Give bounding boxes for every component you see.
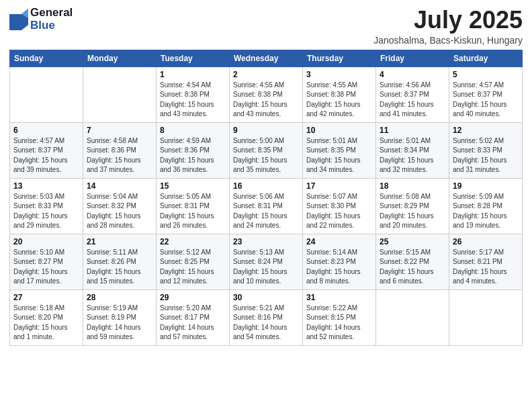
calendar-cell: 8Sunrise: 4:59 AMSunset: 8:36 PMDaylight… bbox=[157, 122, 230, 178]
day-number: 12 bbox=[453, 126, 519, 135]
calendar-cell: 23Sunrise: 5:13 AMSunset: 8:24 PMDayligh… bbox=[230, 234, 303, 289]
day-detail: Sunrise: 5:00 AMSunset: 8:35 PMDaylight:… bbox=[233, 136, 299, 175]
day-number: 26 bbox=[453, 237, 519, 246]
calendar-cell: 16Sunrise: 5:06 AMSunset: 8:31 PMDayligh… bbox=[230, 178, 303, 234]
day-detail: Sunrise: 5:01 AMSunset: 8:34 PMDaylight:… bbox=[380, 136, 445, 175]
day-number: 14 bbox=[87, 181, 152, 191]
calendar-cell: 29Sunrise: 5:20 AMSunset: 8:17 PMDayligh… bbox=[157, 289, 230, 345]
calendar-cell: 21Sunrise: 5:11 AMSunset: 8:26 PMDayligh… bbox=[83, 234, 157, 289]
day-detail: Sunrise: 5:10 AMSunset: 8:27 PMDaylight:… bbox=[13, 248, 79, 287]
day-detail: Sunrise: 5:22 AMSunset: 8:15 PMDaylight:… bbox=[306, 304, 372, 342]
calendar-cell: 28Sunrise: 5:19 AMSunset: 8:19 PMDayligh… bbox=[83, 289, 157, 345]
day-detail: Sunrise: 5:14 AMSunset: 8:23 PMDaylight:… bbox=[306, 248, 372, 287]
col-saturday: Saturday bbox=[449, 50, 523, 66]
day-number: 17 bbox=[306, 181, 372, 191]
calendar-cell: 24Sunrise: 5:14 AMSunset: 8:23 PMDayligh… bbox=[303, 234, 376, 289]
col-tuesday: Tuesday bbox=[157, 50, 230, 66]
day-detail: Sunrise: 4:56 AMSunset: 8:37 PMDaylight:… bbox=[380, 81, 445, 120]
logo-general-text: General bbox=[30, 7, 73, 19]
day-number: 6 bbox=[13, 126, 79, 135]
day-detail: Sunrise: 5:07 AMSunset: 8:30 PMDaylight:… bbox=[306, 192, 372, 231]
header: General Blue July 2025 Janoshalma, Bacs-… bbox=[9, 7, 523, 46]
calendar-cell: 6Sunrise: 4:57 AMSunset: 8:37 PMDaylight… bbox=[10, 122, 83, 178]
day-number: 10 bbox=[306, 126, 372, 135]
day-number: 21 bbox=[87, 237, 152, 246]
calendar-cell: 3Sunrise: 4:55 AMSunset: 8:38 PMDaylight… bbox=[303, 66, 376, 122]
logo-icon bbox=[9, 9, 28, 30]
day-number: 7 bbox=[87, 126, 152, 135]
day-number: 2 bbox=[233, 70, 299, 79]
day-detail: Sunrise: 4:54 AMSunset: 8:38 PMDaylight:… bbox=[160, 81, 226, 120]
day-number: 20 bbox=[13, 237, 79, 246]
day-number: 23 bbox=[233, 237, 299, 246]
day-number: 24 bbox=[306, 237, 372, 246]
calendar-cell: 11Sunrise: 5:01 AMSunset: 8:34 PMDayligh… bbox=[376, 122, 449, 178]
day-detail: Sunrise: 5:02 AMSunset: 8:33 PMDaylight:… bbox=[453, 136, 519, 175]
logo-text: General Blue bbox=[30, 7, 73, 32]
page: General Blue July 2025 Janoshalma, Bacs-… bbox=[0, 0, 532, 411]
day-number: 3 bbox=[306, 70, 372, 79]
day-number: 29 bbox=[160, 293, 226, 302]
week-row-5: 27Sunrise: 5:18 AMSunset: 8:20 PMDayligh… bbox=[10, 289, 523, 345]
col-friday: Friday bbox=[376, 50, 449, 66]
calendar-cell: 4Sunrise: 4:56 AMSunset: 8:37 PMDaylight… bbox=[376, 66, 449, 122]
day-detail: Sunrise: 4:55 AMSunset: 8:38 PMDaylight:… bbox=[233, 81, 299, 120]
day-number: 9 bbox=[233, 126, 299, 135]
day-detail: Sunrise: 5:18 AMSunset: 8:20 PMDaylight:… bbox=[13, 304, 79, 342]
calendar-cell: 13Sunrise: 5:03 AMSunset: 8:33 PMDayligh… bbox=[10, 178, 83, 234]
day-number: 13 bbox=[13, 181, 79, 191]
week-row-1: 1Sunrise: 4:54 AMSunset: 8:38 PMDaylight… bbox=[10, 66, 523, 122]
logo-blue-text: Blue bbox=[30, 19, 73, 32]
week-row-4: 20Sunrise: 5:10 AMSunset: 8:27 PMDayligh… bbox=[10, 234, 523, 289]
day-number: 11 bbox=[380, 126, 445, 135]
day-number: 19 bbox=[453, 181, 519, 191]
week-row-2: 6Sunrise: 4:57 AMSunset: 8:37 PMDaylight… bbox=[10, 122, 523, 178]
title-location: Janoshalma, Bacs-Kiskun, Hungary bbox=[373, 35, 523, 46]
week-row-3: 13Sunrise: 5:03 AMSunset: 8:33 PMDayligh… bbox=[10, 178, 523, 234]
header-row: Sunday Monday Tuesday Wednesday Thursday… bbox=[10, 50, 523, 66]
day-detail: Sunrise: 5:11 AMSunset: 8:26 PMDaylight:… bbox=[87, 248, 152, 287]
calendar-cell bbox=[10, 66, 83, 122]
day-detail: Sunrise: 5:12 AMSunset: 8:25 PMDaylight:… bbox=[160, 248, 226, 287]
calendar-cell: 5Sunrise: 4:57 AMSunset: 8:37 PMDaylight… bbox=[449, 66, 523, 122]
calendar-cell: 25Sunrise: 5:15 AMSunset: 8:22 PMDayligh… bbox=[376, 234, 449, 289]
day-number: 31 bbox=[306, 293, 372, 302]
calendar-cell bbox=[83, 66, 157, 122]
day-number: 27 bbox=[13, 293, 79, 302]
calendar-cell: 27Sunrise: 5:18 AMSunset: 8:20 PMDayligh… bbox=[10, 289, 83, 345]
col-monday: Monday bbox=[83, 50, 157, 66]
day-number: 8 bbox=[160, 126, 226, 135]
day-number: 15 bbox=[160, 181, 226, 191]
calendar-cell: 14Sunrise: 5:04 AMSunset: 8:32 PMDayligh… bbox=[83, 178, 157, 234]
day-detail: Sunrise: 5:20 AMSunset: 8:17 PMDaylight:… bbox=[160, 304, 226, 342]
calendar-cell bbox=[376, 289, 449, 345]
day-number: 16 bbox=[233, 181, 299, 191]
day-number: 1 bbox=[160, 70, 226, 79]
day-detail: Sunrise: 4:55 AMSunset: 8:38 PMDaylight:… bbox=[306, 81, 372, 120]
day-number: 28 bbox=[87, 293, 152, 302]
calendar-cell: 12Sunrise: 5:02 AMSunset: 8:33 PMDayligh… bbox=[449, 122, 523, 178]
day-detail: Sunrise: 5:15 AMSunset: 8:22 PMDaylight:… bbox=[380, 248, 445, 287]
calendar-cell: 15Sunrise: 5:05 AMSunset: 8:31 PMDayligh… bbox=[157, 178, 230, 234]
day-detail: Sunrise: 5:04 AMSunset: 8:32 PMDaylight:… bbox=[87, 192, 152, 231]
day-detail: Sunrise: 5:21 AMSunset: 8:16 PMDaylight:… bbox=[233, 304, 299, 342]
day-detail: Sunrise: 5:19 AMSunset: 8:19 PMDaylight:… bbox=[87, 304, 152, 342]
day-number: 25 bbox=[380, 237, 445, 246]
day-detail: Sunrise: 5:06 AMSunset: 8:31 PMDaylight:… bbox=[233, 192, 299, 231]
day-number: 30 bbox=[233, 293, 299, 302]
calendar-cell: 22Sunrise: 5:12 AMSunset: 8:25 PMDayligh… bbox=[157, 234, 230, 289]
day-number: 22 bbox=[160, 237, 226, 246]
calendar-cell: 20Sunrise: 5:10 AMSunset: 8:27 PMDayligh… bbox=[10, 234, 83, 289]
calendar-cell bbox=[449, 289, 523, 345]
title-block: July 2025 Janoshalma, Bacs-Kiskun, Hunga… bbox=[373, 7, 523, 46]
day-detail: Sunrise: 5:05 AMSunset: 8:31 PMDaylight:… bbox=[160, 192, 226, 231]
day-detail: Sunrise: 4:58 AMSunset: 8:36 PMDaylight:… bbox=[87, 136, 152, 175]
calendar-cell: 26Sunrise: 5:17 AMSunset: 8:21 PMDayligh… bbox=[449, 234, 523, 289]
calendar-cell: 9Sunrise: 5:00 AMSunset: 8:35 PMDaylight… bbox=[230, 122, 303, 178]
day-detail: Sunrise: 5:01 AMSunset: 8:35 PMDaylight:… bbox=[306, 136, 372, 175]
calendar-cell: 18Sunrise: 5:08 AMSunset: 8:29 PMDayligh… bbox=[376, 178, 449, 234]
day-number: 5 bbox=[453, 70, 519, 79]
day-detail: Sunrise: 4:57 AMSunset: 8:37 PMDaylight:… bbox=[13, 136, 79, 175]
calendar-cell: 1Sunrise: 4:54 AMSunset: 8:38 PMDaylight… bbox=[157, 66, 230, 122]
calendar-cell: 2Sunrise: 4:55 AMSunset: 8:38 PMDaylight… bbox=[230, 66, 303, 122]
